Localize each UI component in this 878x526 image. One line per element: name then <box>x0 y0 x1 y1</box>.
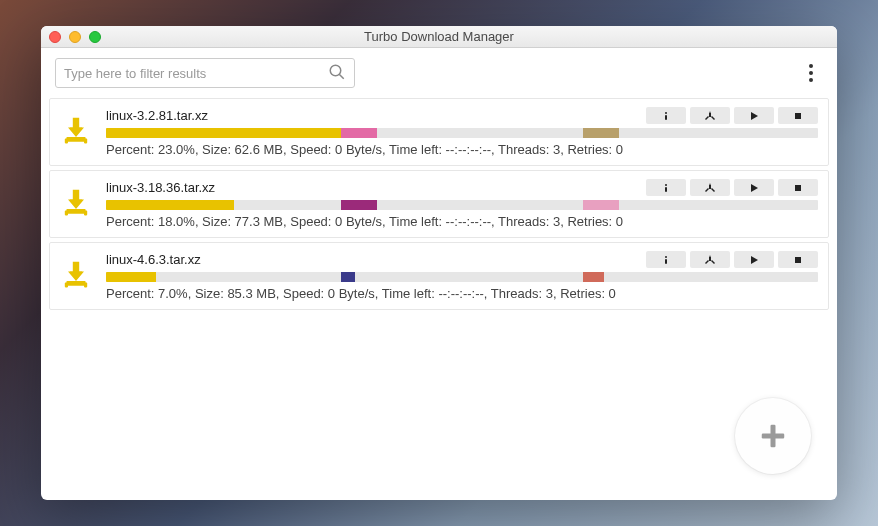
search-box[interactable] <box>55 58 355 88</box>
menu-button[interactable] <box>799 64 823 82</box>
minimize-window-button[interactable] <box>69 31 81 43</box>
svg-rect-15 <box>795 185 801 191</box>
svg-rect-21 <box>709 257 711 261</box>
svg-rect-13 <box>665 187 667 192</box>
svg-rect-18 <box>84 283 87 288</box>
info-button[interactable] <box>646 251 686 268</box>
app-window: Turbo Download Manager linux-3.2.81.tar.… <box>41 26 837 500</box>
svg-point-12 <box>665 184 667 186</box>
play-button[interactable] <box>734 179 774 196</box>
svg-rect-24 <box>762 434 785 439</box>
progress-bar <box>106 272 818 282</box>
svg-rect-14 <box>709 185 711 189</box>
download-icon <box>58 107 94 157</box>
svg-line-1 <box>339 74 344 79</box>
svg-rect-2 <box>66 137 85 142</box>
svg-point-5 <box>665 112 667 114</box>
download-status: Percent: 23.0%, Size: 62.6 MB, Speed: 0 … <box>106 142 818 157</box>
play-button[interactable] <box>734 251 774 268</box>
stop-button[interactable] <box>778 107 818 124</box>
stop-button[interactable] <box>778 179 818 196</box>
downloads-list: linux-3.2.81.tar.xz Percent: 23.0%, Size… <box>41 96 837 314</box>
download-icon <box>58 251 94 301</box>
download-filename: linux-3.2.81.tar.xz <box>106 108 646 123</box>
tools-button[interactable] <box>690 107 730 124</box>
window-title: Turbo Download Manager <box>41 29 837 44</box>
svg-rect-8 <box>795 113 801 119</box>
progress-bar <box>106 200 818 210</box>
svg-rect-17 <box>65 283 68 288</box>
svg-rect-16 <box>66 281 85 286</box>
svg-rect-22 <box>795 257 801 263</box>
download-item: linux-3.2.81.tar.xz Percent: 23.0%, Size… <box>49 98 829 166</box>
zoom-window-button[interactable] <box>89 31 101 43</box>
svg-point-19 <box>665 256 667 258</box>
download-item: linux-3.18.36.tar.xz Percent: 18.0%, Siz… <box>49 170 829 238</box>
tools-button[interactable] <box>690 179 730 196</box>
play-button[interactable] <box>734 107 774 124</box>
stop-button[interactable] <box>778 251 818 268</box>
progress-bar <box>106 128 818 138</box>
download-status: Percent: 18.0%, Size: 77.3 MB, Speed: 0 … <box>106 214 818 229</box>
close-window-button[interactable] <box>49 31 61 43</box>
download-filename: linux-4.6.3.tar.xz <box>106 252 646 267</box>
svg-rect-9 <box>66 209 85 214</box>
svg-rect-3 <box>65 139 68 144</box>
svg-rect-7 <box>709 113 711 117</box>
search-icon <box>328 63 346 84</box>
svg-rect-6 <box>665 115 667 120</box>
download-filename: linux-3.18.36.tar.xz <box>106 180 646 195</box>
svg-rect-20 <box>665 259 667 264</box>
svg-rect-4 <box>84 139 87 144</box>
info-button[interactable] <box>646 107 686 124</box>
svg-rect-10 <box>65 211 68 216</box>
titlebar: Turbo Download Manager <box>41 26 837 48</box>
toolbar <box>41 48 837 96</box>
add-download-button[interactable] <box>735 398 811 474</box>
download-icon <box>58 179 94 229</box>
tools-button[interactable] <box>690 251 730 268</box>
download-item: linux-4.6.3.tar.xz Percent: 7.0%, Size: … <box>49 242 829 310</box>
info-button[interactable] <box>646 179 686 196</box>
download-status: Percent: 7.0%, Size: 85.3 MB, Speed: 0 B… <box>106 286 818 301</box>
svg-point-0 <box>330 65 341 76</box>
window-controls <box>49 31 101 43</box>
svg-rect-11 <box>84 211 87 216</box>
search-input[interactable] <box>64 66 328 81</box>
